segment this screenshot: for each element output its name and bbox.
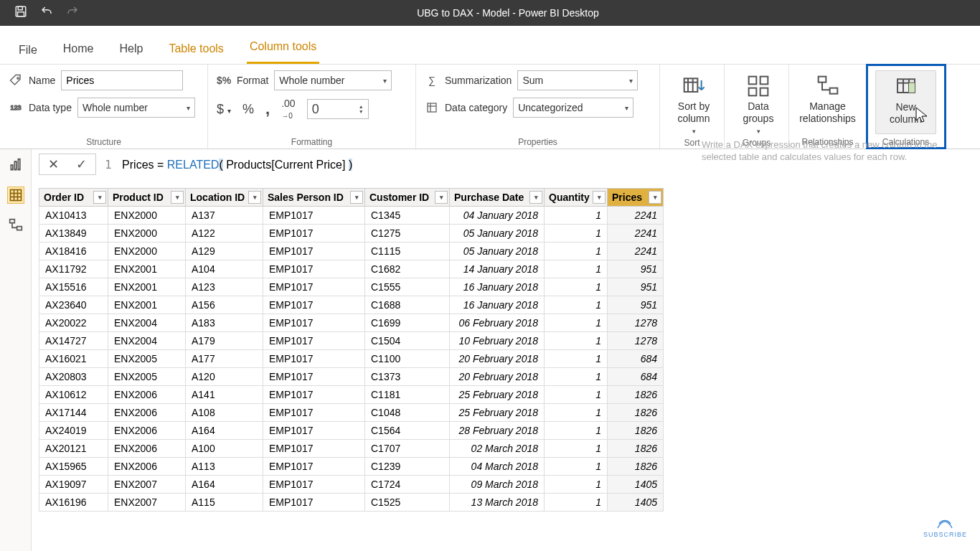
data-view-button[interactable] <box>7 187 24 204</box>
table-cell[interactable]: 13 March 2018 <box>450 494 545 512</box>
table-cell[interactable]: ENX2001 <box>108 296 186 314</box>
table-cell[interactable]: A141 <box>186 386 263 404</box>
table-cell[interactable]: 1 <box>545 260 608 278</box>
model-view-button[interactable] <box>7 217 24 234</box>
table-cell[interactable]: EMP1017 <box>263 225 365 242</box>
column-header[interactable]: Location ID▾ <box>186 189 263 207</box>
table-cell[interactable]: 1 <box>545 314 608 332</box>
table-cell[interactable]: C1504 <box>365 332 450 350</box>
table-cell[interactable]: AX23640 <box>39 296 108 314</box>
menu-home[interactable]: Home <box>60 35 97 64</box>
table-cell[interactable]: 1 <box>545 242 608 260</box>
decimals-spinner[interactable]: 0▲▼ <box>307 99 369 119</box>
table-cell[interactable]: ENX2004 <box>108 314 186 332</box>
table-cell[interactable]: 684 <box>608 368 664 386</box>
table-cell[interactable]: AX24019 <box>39 422 108 440</box>
table-cell[interactable]: ENX2006 <box>108 422 186 440</box>
table-cell[interactable]: EMP1017 <box>263 332 365 350</box>
table-cell[interactable]: A156 <box>186 296 263 314</box>
table-cell[interactable]: EMP1017 <box>263 404 365 422</box>
table-row[interactable]: AX20803ENX2005A120EMP1017C137320 Februar… <box>39 368 664 386</box>
table-row[interactable]: AX19097ENX2007A164EMP1017C172409 March 2… <box>39 476 664 494</box>
table-cell[interactable]: 05 January 2018 <box>450 225 545 242</box>
table-cell[interactable]: 1826 <box>608 458 664 476</box>
table-cell[interactable]: C1275 <box>365 225 450 242</box>
table-cell[interactable]: 1 <box>545 296 608 314</box>
table-cell[interactable]: 951 <box>608 296 664 314</box>
table-cell[interactable]: 1826 <box>608 440 664 458</box>
table-cell[interactable]: EMP1017 <box>263 314 365 332</box>
table-cell[interactable]: EMP1017 <box>263 242 365 260</box>
column-filter-button[interactable]: ▾ <box>649 191 661 204</box>
table-cell[interactable]: 1278 <box>608 314 664 332</box>
name-input[interactable] <box>61 70 183 90</box>
table-row[interactable]: AX23640ENX2001A156EMP1017C168816 January… <box>39 296 664 314</box>
table-row[interactable]: AX10413ENX2000A137EMP1017C134504 January… <box>39 207 664 225</box>
table-row[interactable]: AX16021ENX2005A177EMP1017C110020 Februar… <box>39 350 664 368</box>
table-row[interactable]: AX20121ENX2006A100EMP1017C170702 March 2… <box>39 440 664 458</box>
table-cell[interactable]: ENX2006 <box>108 458 186 476</box>
table-cell[interactable]: 09 March 2018 <box>450 476 545 494</box>
table-cell[interactable]: A164 <box>186 422 263 440</box>
table-cell[interactable]: 04 January 2018 <box>450 207 545 225</box>
column-filter-button[interactable]: ▾ <box>171 191 184 204</box>
save-icon[interactable] <box>14 5 27 21</box>
sort-by-column-button[interactable]: Sort by column ▾ <box>669 70 719 135</box>
data-grid[interactable]: Order ID▾Product ID▾Location ID▾Sales Pe… <box>39 188 689 551</box>
data-groups-button[interactable]: Data groups ▾ <box>733 70 783 135</box>
table-cell[interactable]: EMP1017 <box>263 207 365 225</box>
table-cell[interactable]: A113 <box>186 458 263 476</box>
table-cell[interactable]: A122 <box>186 225 263 242</box>
table-row[interactable]: AX10612ENX2006A141EMP1017C118125 Februar… <box>39 386 664 404</box>
table-cell[interactable]: 1405 <box>608 494 664 512</box>
table-cell[interactable]: EMP1017 <box>263 350 365 368</box>
table-cell[interactable]: A123 <box>186 278 263 296</box>
table-cell[interactable]: 20 February 2018 <box>450 368 545 386</box>
table-cell[interactable]: C1373 <box>365 368 450 386</box>
table-cell[interactable]: EMP1017 <box>263 386 365 404</box>
report-view-button[interactable] <box>7 156 24 174</box>
summarization-select[interactable]: Sum▾ <box>517 70 638 90</box>
table-cell[interactable]: EMP1017 <box>263 422 365 440</box>
table-cell[interactable]: ENX2000 <box>108 207 186 225</box>
table-cell[interactable]: 1 <box>545 225 608 242</box>
table-cell[interactable]: C1525 <box>365 494 450 512</box>
table-cell[interactable]: ENX2007 <box>108 494 186 512</box>
table-cell[interactable]: ENX2001 <box>108 278 186 296</box>
table-cell[interactable]: 20 February 2018 <box>450 350 545 368</box>
undo-icon[interactable] <box>40 5 53 21</box>
table-cell[interactable]: 10 February 2018 <box>450 332 545 350</box>
table-row[interactable]: AX17144ENX2006A108EMP1017C104825 Februar… <box>39 404 664 422</box>
table-row[interactable]: AX24019ENX2006A164EMP1017C156428 Februar… <box>39 422 664 440</box>
table-cell[interactable]: 1 <box>545 350 608 368</box>
column-header[interactable]: Prices▾ <box>608 189 664 207</box>
table-cell[interactable]: A120 <box>186 368 263 386</box>
table-cell[interactable]: A104 <box>186 260 263 278</box>
column-filter-button[interactable]: ▾ <box>350 191 363 204</box>
column-filter-button[interactable]: ▾ <box>93 191 106 204</box>
table-cell[interactable]: A108 <box>186 404 263 422</box>
table-cell[interactable]: C1699 <box>365 314 450 332</box>
table-cell[interactable]: C1724 <box>365 476 450 494</box>
table-cell[interactable]: 28 February 2018 <box>450 422 545 440</box>
table-cell[interactable]: C1555 <box>365 278 450 296</box>
table-cell[interactable]: A115 <box>186 494 263 512</box>
table-cell[interactable]: A183 <box>186 314 263 332</box>
table-cell[interactable]: ENX2005 <box>108 368 186 386</box>
table-cell[interactable]: EMP1017 <box>263 458 365 476</box>
table-cell[interactable]: C1100 <box>365 350 450 368</box>
table-cell[interactable]: C1682 <box>365 260 450 278</box>
format-select[interactable]: Whole number▾ <box>274 70 392 90</box>
table-cell[interactable]: A179 <box>186 332 263 350</box>
table-cell[interactable]: ENX2006 <box>108 440 186 458</box>
formula-commit-button[interactable]: ✓ <box>67 156 95 172</box>
column-header[interactable]: Sales Person ID▾ <box>263 189 365 207</box>
table-row[interactable]: AX11792ENX2001A104EMP1017C168214 January… <box>39 260 664 278</box>
table-cell[interactable]: A177 <box>186 350 263 368</box>
table-cell[interactable]: AX20121 <box>39 440 108 458</box>
column-filter-button[interactable]: ▾ <box>435 191 448 204</box>
table-cell[interactable]: 1278 <box>608 332 664 350</box>
table-cell[interactable]: C1688 <box>365 296 450 314</box>
table-row[interactable]: AX13849ENX2000A122EMP1017C127505 January… <box>39 225 664 242</box>
table-cell[interactable]: ENX2004 <box>108 332 186 350</box>
